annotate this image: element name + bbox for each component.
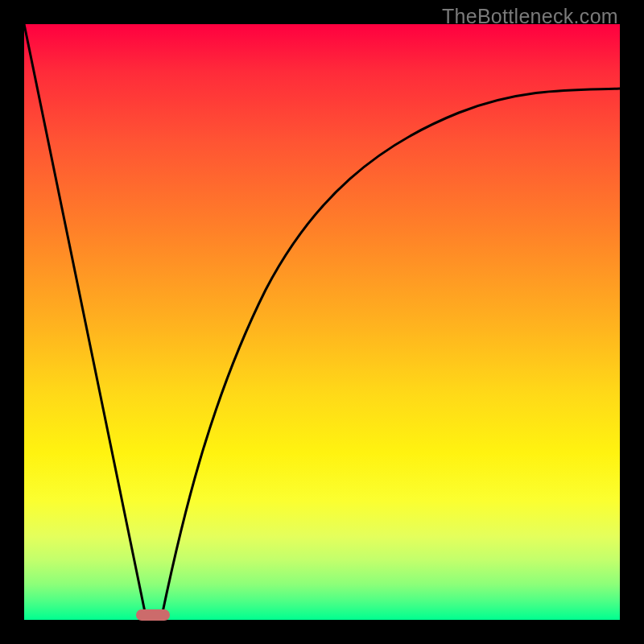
curve-right-segment bbox=[161, 89, 620, 620]
optimum-marker bbox=[136, 609, 170, 621]
plot-area bbox=[24, 24, 620, 620]
curve-left-segment bbox=[24, 24, 147, 620]
chart-frame: TheBottleneck.com bbox=[0, 0, 644, 644]
chart-curve bbox=[24, 24, 620, 620]
